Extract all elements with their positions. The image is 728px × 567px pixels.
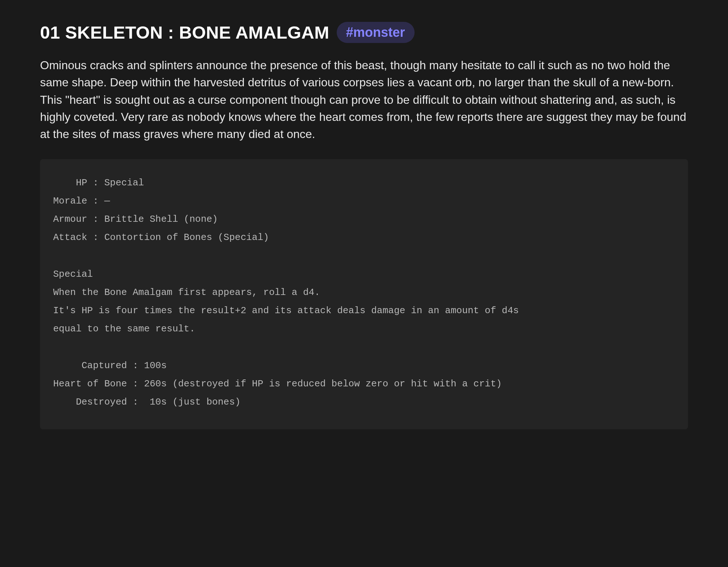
stat-block: HP : Special Morale : — Armour : Brittle… bbox=[40, 159, 688, 429]
monster-description: Ominous cracks and splinters announce th… bbox=[40, 57, 688, 143]
page-title: 01 SKELETON : BONE AMALGAM bbox=[40, 22, 329, 43]
monster-tag[interactable]: #monster bbox=[337, 22, 415, 43]
title-row: 01 SKELETON : BONE AMALGAM #monster bbox=[40, 22, 688, 43]
document-container: 01 SKELETON : BONE AMALGAM #monster Omin… bbox=[40, 22, 688, 429]
